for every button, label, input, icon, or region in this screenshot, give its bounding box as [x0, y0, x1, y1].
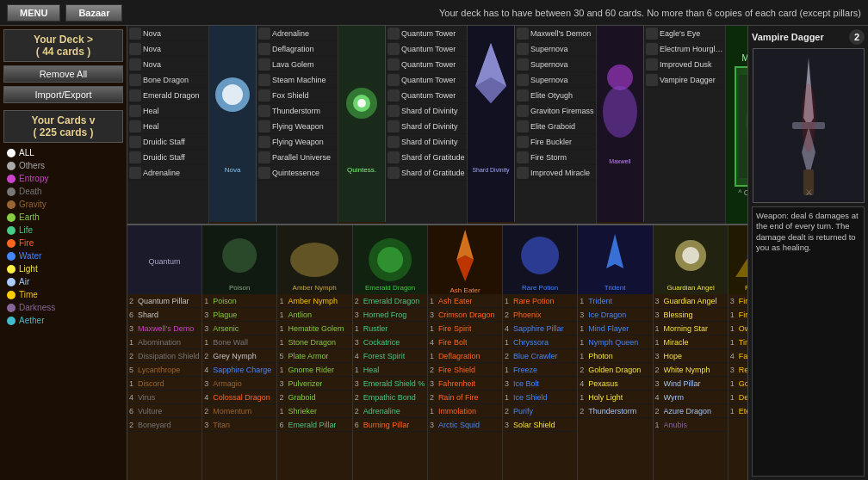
deck-card-item[interactable]: Quantum Tower: [386, 26, 467, 41]
browser-card-item[interactable]: 2Thunderstorm: [578, 404, 652, 418]
filter-entropy[interactable]: Entropy: [3, 172, 123, 185]
deck-card-item[interactable]: Flying Weapon: [257, 119, 338, 134]
browser-card-item[interactable]: 4Pexasus: [578, 377, 652, 391]
browser-card-item[interactable]: 3Hope: [654, 349, 728, 363]
browser-card-item[interactable]: 1Gnome Rider: [277, 363, 351, 377]
deck-card-item[interactable]: Druidic Staff: [127, 150, 208, 165]
browser-card-item[interactable]: 1Anubis: [654, 418, 728, 432]
filter-air[interactable]: Air: [3, 275, 123, 288]
browser-card-item[interactable]: 1Eternity: [728, 404, 747, 418]
browser-card-item[interactable]: 1Owl's Eye: [728, 322, 747, 335]
filter-earth[interactable]: Earth: [3, 211, 123, 224]
browser-card-item[interactable]: 1Rare Potion: [503, 294, 577, 308]
filter-death[interactable]: Death: [3, 185, 123, 198]
browser-card-item[interactable]: 2Emerald Dragon: [353, 294, 427, 308]
deck-card-item[interactable]: Elite Otyugh: [515, 88, 596, 103]
browser-card-item[interactable]: 1Shrieker: [277, 404, 351, 418]
deck-card-item[interactable]: Nova: [127, 57, 208, 72]
deck-card-item[interactable]: Shard of Divinity: [386, 134, 467, 150]
browser-card-item[interactable]: 2Golden Dragon: [578, 363, 652, 377]
browser-card-item[interactable]: 1Amber Nymph: [277, 294, 351, 308]
deck-card-item[interactable]: Improved Miracle: [515, 165, 596, 181]
filter-water[interactable]: Water: [3, 249, 123, 262]
deck-card-item[interactable]: Deflagration: [257, 41, 338, 57]
browser-card-item[interactable]: 1Time Factory: [728, 335, 747, 349]
browser-card-item[interactable]: 6Shard: [127, 308, 202, 322]
deck-card-item[interactable]: Supernova: [515, 72, 596, 88]
browser-card-item[interactable]: 1Miracle: [654, 335, 728, 349]
browser-card-item[interactable]: 1Hematite Golem: [277, 322, 351, 335]
browser-card-item[interactable]: 2Fire Shield: [428, 363, 502, 377]
browser-card-item[interactable]: 3Arctic Squid: [428, 418, 502, 432]
browser-card-item[interactable]: 2Purify: [503, 404, 577, 418]
deck-card-item[interactable]: Fire Storm: [515, 150, 596, 165]
deck-card-item[interactable]: Emerald Dragon: [127, 88, 208, 103]
deck-card-item[interactable]: Shard of Divinity: [386, 119, 467, 134]
deck-card-item[interactable]: Shard of Divinity: [386, 103, 467, 119]
browser-card-item[interactable]: 2Graboid: [277, 391, 351, 404]
deck-card-item[interactable]: Druidic Staff: [127, 134, 208, 150]
browser-card-item[interactable]: 1Stone Dragon: [277, 335, 351, 349]
browser-card-item[interactable]: 1Devonian Dragon: [728, 391, 747, 404]
deck-card-item[interactable]: Shard of Gratitude: [386, 165, 467, 181]
browser-card-item[interactable]: 2Empathic Bond: [353, 391, 427, 404]
browser-card-item[interactable]: 1Ice Shield: [503, 391, 577, 404]
deck-card-item[interactable]: Adrenaline: [257, 26, 338, 41]
browser-card-item[interactable]: 1Nymph Queen: [578, 335, 652, 349]
deck-card-item[interactable]: Thunderstorm: [257, 103, 338, 119]
browser-card-item[interactable]: 4Fire Bolt: [428, 335, 502, 349]
deck-card-item[interactable]: Steam Machine: [257, 72, 338, 88]
browser-card-item[interactable]: 2Blue Crawler: [503, 349, 577, 363]
browser-card-item[interactable]: 1Immolation: [428, 404, 502, 418]
browser-card-item[interactable]: 1Antlion: [277, 308, 351, 322]
filter-darkness[interactable]: Darkness: [3, 301, 123, 314]
filter-others[interactable]: Others: [3, 159, 123, 172]
browser-card-item[interactable]: 2White Nymph: [654, 363, 728, 377]
browser-card-item[interactable]: 2Adrenaline: [353, 404, 427, 418]
browser-card-item[interactable]: 1Trident: [578, 294, 652, 308]
bazaar-button[interactable]: Bazaar: [65, 4, 122, 22]
deck-card-item[interactable]: Nova: [127, 26, 208, 41]
deck-card-item[interactable]: Fire Buckler: [515, 134, 596, 150]
deck-card-item[interactable]: Shard of Gratitude: [386, 150, 467, 165]
deck-card-item[interactable]: Heal: [127, 103, 208, 119]
filter-all[interactable]: ALL: [3, 146, 123, 159]
browser-card-item[interactable]: 4Forest Spirit: [353, 349, 427, 363]
browser-card-item[interactable]: 1Abomination: [127, 335, 202, 349]
browser-card-item[interactable]: 2Rain of Fire: [428, 391, 502, 404]
deck-card-item[interactable]: Supernova: [515, 41, 596, 57]
deck-card-item[interactable]: Quantum Tower: [386, 72, 467, 88]
browser-card-item[interactable]: 2Azure Dragon: [654, 404, 728, 418]
import-export-button[interactable]: Import/Export: [3, 86, 123, 103]
filter-light[interactable]: Light: [3, 262, 123, 275]
browser-card-item[interactable]: 2Quantum Pillar: [127, 294, 202, 308]
browser-card-item[interactable]: 1Rustler: [353, 322, 427, 335]
browser-card-item[interactable]: 5Lycanthrope: [127, 363, 202, 377]
browser-card-item[interactable]: 3Fahrenheit: [428, 377, 502, 391]
filter-aether[interactable]: Aether: [3, 314, 123, 327]
browser-card-item[interactable]: 3Firefly Queen: [728, 294, 747, 308]
deck-card-item[interactable]: Elite Graboid: [515, 119, 596, 134]
browser-card-item[interactable]: 1Discord: [127, 377, 202, 391]
filter-fire[interactable]: Fire: [3, 237, 123, 249]
deck-card-item[interactable]: Quantum Tower: [386, 41, 467, 57]
deck-card-item[interactable]: Electrum Hourglass: [644, 41, 725, 57]
browser-card-item[interactable]: 3Blessing: [654, 308, 728, 322]
browser-card-item[interactable]: 3Reverse Time: [728, 363, 747, 377]
deck-card-item[interactable]: Supernova: [515, 57, 596, 72]
filter-gravity[interactable]: Gravity: [3, 198, 123, 211]
remove-all-button[interactable]: Remove All: [3, 65, 123, 83]
browser-card-item[interactable]: 1Freeze: [503, 363, 577, 377]
browser-card-item[interactable]: 4Wyrm: [654, 391, 728, 404]
browser-card-item[interactable]: 1Heal: [353, 363, 427, 377]
browser-card-item[interactable]: 1Photon: [578, 349, 652, 363]
browser-card-item[interactable]: 3Ice Bolt: [503, 377, 577, 391]
browser-card-item[interactable]: 2Phoenix: [503, 308, 577, 322]
menu-button[interactable]: MENU: [7, 4, 60, 22]
browser-card-item[interactable]: 4Fate Egg: [728, 349, 747, 363]
browser-card-item[interactable]: 4Virus: [127, 391, 202, 404]
deck-card-item[interactable]: Lava Golem: [257, 57, 338, 72]
deck-card-item[interactable]: Bone Dragon: [127, 72, 208, 88]
mark-card-image[interactable]: [735, 66, 748, 187]
change-mark-text[interactable]: ^ Change mark: [738, 188, 747, 197]
